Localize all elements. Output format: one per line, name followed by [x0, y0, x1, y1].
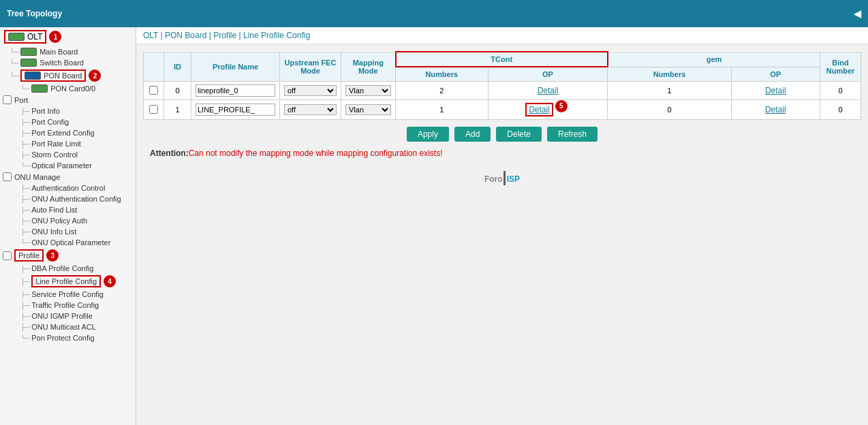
tree-line: ├─ — [20, 228, 30, 236]
tree-line: └─ — [10, 72, 19, 80]
line-profile-config-item[interactable]: Line Profile Config — [31, 275, 101, 287]
row0-gem-detail-link[interactable]: Detail — [765, 86, 786, 95]
row1-upstream-fec-select[interactable]: off on — [284, 104, 337, 115]
tree-line: ├─ — [20, 302, 30, 309]
row0-profile-name-cell — [191, 82, 280, 100]
row1-upstream-fec-cell: off on — [280, 100, 341, 120]
table-row: 0 off on Vlan — [144, 82, 861, 100]
sidebar: OLT 1 └─ Main Board └─ Switch Board └─ P… — [0, 27, 136, 425]
attention-message: Can not modify the mapping mode while ma… — [189, 148, 443, 158]
row1-mapping-mode-select[interactable]: Vlan GEM — [345, 104, 391, 115]
pon-board-icon — [25, 72, 41, 80]
tree-line: └─ — [20, 334, 30, 342]
breadcrumb-olt[interactable]: OLT — [143, 31, 158, 40]
row0-mapping-mode-cell: Vlan GEM — [341, 82, 396, 100]
header-bar: Tree Topology ◀ — [0, 0, 868, 27]
breadcrumb-profile[interactable]: Profile — [213, 31, 236, 40]
tree-line: ├─ — [20, 278, 30, 285]
sidebar-item-port-extend-config[interactable]: ├─ Port Extend Config — [0, 127, 136, 138]
switch-board-label: Switch Board — [40, 59, 84, 67]
watermark-isp: ISP — [507, 174, 520, 184]
sidebar-item-port-rate-limit[interactable]: ├─ Port Rate Limit — [0, 138, 136, 149]
th-upstream-fec-mode: Upstream FEC Mode — [280, 52, 341, 82]
sidebar-item-port-info[interactable]: ├─ Port Info — [0, 106, 136, 116]
refresh-button[interactable]: Refresh — [547, 127, 598, 142]
sidebar-item-traffic-profile-config[interactable]: ├─ Traffic Profile Config — [0, 300, 136, 311]
row0-mapping-mode-select[interactable]: Vlan GEM — [345, 85, 391, 96]
breadcrumb: OLT | PON Board | Profile | Line Profile… — [136, 27, 868, 44]
sidebar-item-onu-optical-param[interactable]: └─ ONU Optical Parameter — [0, 237, 136, 248]
tree-line: ├─ — [20, 313, 30, 320]
sidebar-item-service-profile-config[interactable]: ├─ Service Profile Config — [0, 289, 136, 300]
row0-id: 0 — [164, 82, 191, 100]
breadcrumb-pon-board[interactable]: PON Board — [165, 31, 206, 40]
port-section[interactable]: Port — [0, 94, 136, 106]
sidebar-item-auto-find-list[interactable]: ├─ Auto Find List — [0, 204, 136, 215]
sidebar-item-switch-board[interactable]: └─ Switch Board — [0, 57, 136, 68]
profile-section-item[interactable]: Profile — [14, 249, 44, 262]
sidebar-item-onu-igmp-profile[interactable]: ├─ ONU IGMP Profile — [0, 311, 136, 321]
sidebar-item-auth-control[interactable]: ├─ Authentication Control — [0, 183, 136, 193]
main-board-icon — [20, 48, 37, 56]
delete-button[interactable]: Delete — [496, 127, 542, 142]
th-mapping-mode: Mapping Mode — [341, 52, 396, 82]
profile-checkbox[interactable] — [3, 251, 12, 260]
table-row: 1 off on Vlan — [144, 100, 861, 120]
profile-badge: 3 — [46, 249, 59, 262]
onu-manage-section[interactable]: ONU Manage — [0, 171, 136, 183]
olt-item[interactable]: OLT — [4, 30, 46, 44]
row0-upstream-fec-select[interactable]: off on — [284, 85, 337, 96]
row0-tcont-detail-link[interactable]: Detail — [538, 86, 559, 95]
add-button[interactable]: Add — [454, 127, 491, 142]
row0-tcont-numbers: 2 — [396, 82, 489, 100]
row1-id: 1 — [164, 100, 191, 120]
tree-line: ├─ — [20, 265, 30, 272]
row0-checkbox[interactable] — [149, 86, 158, 95]
attention-prefix: Attention: — [150, 148, 189, 158]
olt-badge: 1 — [49, 31, 61, 43]
tree-line: └─ — [20, 239, 30, 247]
sidebar-item-onu-info-list[interactable]: ├─ ONU Info List — [0, 226, 136, 237]
line-profile-badge: 4 — [104, 275, 116, 287]
row0-gem-op-cell: Detail — [731, 82, 820, 100]
sidebar-item-onu-multicast-acl[interactable]: ├─ ONU Multicast ACL — [0, 321, 136, 332]
sidebar-item-pon-protect-config[interactable]: └─ Pon Protect Config — [0, 332, 136, 343]
row1-checkbox[interactable] — [149, 105, 158, 114]
sidebar-item-onu-policy-auth[interactable]: ├─ ONU Policy Auth — [0, 215, 136, 226]
tree-line: ├─ — [20, 217, 30, 225]
tree-line: ├─ — [20, 185, 30, 192]
row1-profile-name-input[interactable] — [196, 104, 275, 116]
row1-tcont-op-cell: Detail 5 — [488, 100, 608, 120]
sidebar-item-onu-auth-config[interactable]: ├─ ONU Authentication Config — [0, 193, 136, 204]
onu-manage-checkbox[interactable] — [3, 172, 12, 181]
sidebar-item-storm-control[interactable]: ├─ Storm Control — [0, 149, 136, 160]
collapse-arrow[interactable]: ◀ — [854, 8, 861, 19]
row1-gem-op-cell: Detail — [731, 100, 820, 120]
apply-button[interactable]: Apply — [407, 127, 449, 142]
breadcrumb-line-profile-config[interactable]: Line Profile Config — [243, 31, 310, 40]
pon-board-label: PON Board — [44, 72, 82, 80]
tree-line: ├─ — [20, 140, 30, 148]
sidebar-item-pon-card[interactable]: └─ PON Card0/0 — [0, 83, 136, 94]
row0-bind-number: 0 — [820, 82, 861, 100]
th-tcont: TCont — [396, 52, 608, 67]
th-checkbox — [144, 52, 164, 82]
pon-board-item[interactable]: PON Board — [20, 69, 86, 82]
th-profile-name: Profile Name — [191, 52, 280, 82]
row1-tcont-numbers: 1 — [396, 100, 489, 120]
row1-gem-detail-link[interactable]: Detail — [765, 105, 786, 114]
row1-tcont-detail-link[interactable]: Detail — [529, 105, 550, 114]
row0-profile-name-input[interactable] — [196, 84, 275, 97]
profile-section-label: Profile — [18, 251, 40, 259]
sidebar-item-line-profile-config[interactable]: ├─ Line Profile Config 4 — [0, 274, 136, 289]
sidebar-item-dba-profile-config[interactable]: ├─ DBA Profile Config — [0, 263, 136, 274]
sidebar-item-main-board[interactable]: └─ Main Board — [0, 46, 136, 57]
sidebar-item-optical-parameter[interactable]: └─ Optical Parameter — [0, 160, 136, 171]
tree-line: ├─ — [20, 324, 30, 331]
port-checkbox[interactable] — [3, 95, 12, 104]
th-bind-number: Bind Number — [820, 52, 861, 82]
row0-gem-numbers: 1 — [608, 82, 731, 100]
tree-line: └─ — [20, 85, 30, 93]
content-area: OLT | PON Board | Profile | Line Profile… — [136, 27, 868, 425]
sidebar-item-port-config[interactable]: ├─ Port Config — [0, 116, 136, 127]
